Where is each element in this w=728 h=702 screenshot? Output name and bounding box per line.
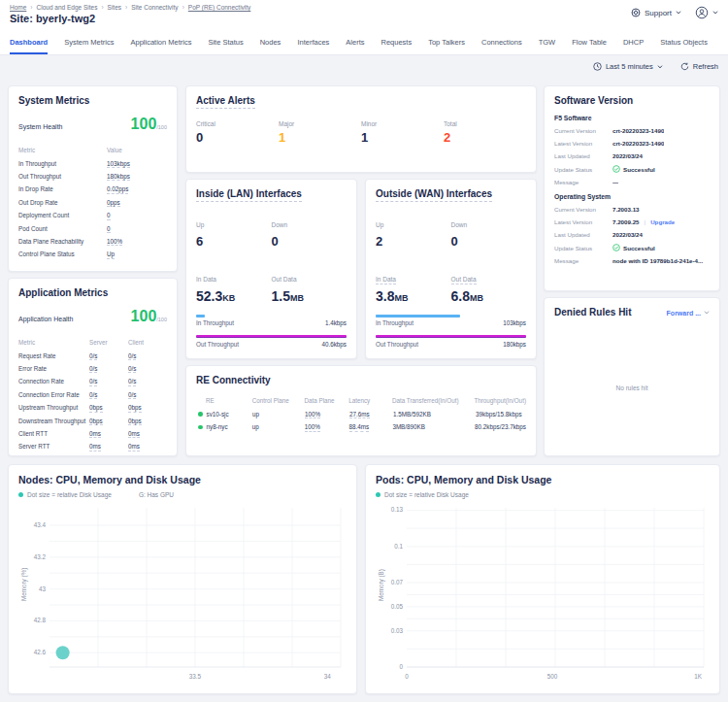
chevron-down-icon: [704, 311, 710, 315]
metric-value-link[interactable]: 0/s: [89, 378, 97, 386]
teal-dot-icon: [376, 492, 381, 497]
breadcrumb-home[interactable]: Home: [10, 4, 26, 11]
metric-value-link[interactable]: Up: [107, 251, 115, 259]
breadcrumb-site-connectivity[interactable]: Site Connectivity: [131, 4, 178, 11]
metric-value-link[interactable]: 103kbps: [107, 160, 130, 169]
tab-nodes[interactable]: Nodes: [260, 31, 281, 54]
check-circle-icon: [612, 244, 620, 251]
system-health-row: System Health 100/100: [18, 117, 167, 135]
svg-text:42.6: 42.6: [34, 649, 47, 655]
system-health-label: System Health: [18, 123, 63, 130]
metric-value-link[interactable]: 0: [107, 225, 111, 234]
metric-value-link[interactable]: 0: [107, 212, 111, 220]
tab-interfaces[interactable]: Interfaces: [297, 31, 329, 54]
metric-value-link[interactable]: 0/s: [128, 352, 136, 361]
sv-row: Current Version7.2003.13: [554, 206, 710, 213]
tab-status-objects[interactable]: Status Objects: [660, 31, 708, 54]
svg-text:1K: 1K: [694, 673, 703, 680]
tab-connections[interactable]: Connections: [481, 31, 522, 54]
tab-site-status[interactable]: Site Status: [208, 31, 243, 54]
breadcrumb-separator: ›: [182, 4, 184, 11]
metric-value-link[interactable]: 0.02pps: [107, 185, 128, 194]
latency-link[interactable]: 27.6ms: [349, 411, 370, 419]
outside-up-count: Up 2: [376, 214, 451, 249]
metric-value-link[interactable]: 0bps: [89, 404, 103, 413]
nodes-chart-legend: Dot size = relative Disk Usage G: Has GP…: [18, 491, 347, 498]
inside-in-data: In Data 52.3KB: [196, 268, 272, 306]
metric-value-link[interactable]: 180kbps: [107, 173, 130, 182]
tab-application-metrics[interactable]: Application Metrics: [130, 31, 191, 54]
metric-value-link[interactable]: 0/s: [128, 365, 136, 374]
table-row: In Drop Rate0.02pps: [18, 183, 167, 195]
data-plane-link[interactable]: 100%: [305, 411, 320, 419]
tab-requests[interactable]: Requests: [381, 31, 412, 54]
tab-tgw[interactable]: TGW: [539, 31, 556, 54]
tab-dashboard[interactable]: Dashboard: [10, 31, 48, 54]
teal-dot-icon: [18, 492, 23, 497]
tab-dhcp[interactable]: DHCP: [623, 31, 644, 54]
metric-value-link[interactable]: 0ms: [89, 443, 101, 451]
panel-application-metrics: Application Metrics Application Health 1…: [8, 278, 178, 456]
tab-top-talkers[interactable]: Top Talkers: [428, 31, 465, 54]
outside-interfaces-title-link[interactable]: Outside (WAN) Interfaces: [376, 188, 492, 202]
inside-up-count: Up 6: [196, 214, 272, 249]
breadcrumb-separator: ›: [125, 4, 127, 11]
table-header: MetricValue: [18, 144, 167, 156]
operating-system-heading: Operating System: [554, 193, 710, 200]
svg-text:500: 500: [547, 673, 558, 680]
out-data-link[interactable]: Out Data: [451, 276, 477, 284]
table-row: Out Drop Rate0pps: [18, 196, 167, 209]
breadcrumb-sites[interactable]: Sites: [108, 4, 121, 11]
refresh-button[interactable]: Refresh: [680, 62, 718, 71]
metric-value-link[interactable]: 0bps: [128, 418, 142, 426]
support-label: Support: [645, 9, 672, 17]
svg-text:42.8: 42.8: [34, 617, 47, 623]
user-menu[interactable]: [695, 6, 718, 19]
out-throughput-sparkline: [196, 335, 347, 338]
application-health-label: Application Health: [18, 316, 73, 322]
page-title: Site: byerly-twg2: [10, 13, 95, 24]
metric-value-link[interactable]: 0bps: [89, 418, 103, 426]
metric-value-link[interactable]: 0ms: [128, 430, 140, 439]
active-alerts-title-link[interactable]: Active Alerts: [196, 95, 255, 109]
tab-flow-table[interactable]: Flow Table: [572, 31, 607, 54]
metric-value-link[interactable]: 0/s: [128, 391, 136, 400]
out-throughput-sparkline: [376, 335, 526, 338]
data-plane-link[interactable]: 100%: [305, 423, 320, 432]
in-throughput-sparkline: [376, 315, 460, 318]
inside-interfaces-title-link[interactable]: Inside (LAN) Interfaces: [196, 188, 302, 202]
tab-system-metrics[interactable]: System Metrics: [64, 31, 114, 54]
header-actions: Support: [631, 6, 718, 19]
svg-text:0.13: 0.13: [391, 506, 404, 513]
metric-value-link[interactable]: 0ms: [128, 443, 140, 451]
metric-value-link[interactable]: 0ms: [89, 430, 101, 439]
table-row: Downstream Throughput0bps0bps: [18, 414, 167, 426]
panel-re-connectivity: RE Connectivity RE Control Plane Data Pl…: [185, 365, 537, 456]
svg-text:Memory (%): Memory (%): [20, 568, 28, 601]
breadcrumb-pop-re-connectivity[interactable]: PoP (RE) Connectivity: [188, 4, 251, 11]
metric-value-link[interactable]: 0/s: [128, 378, 136, 386]
denied-rules-filter-dropdown[interactable]: Forward ...: [667, 310, 710, 317]
outside-out-throughput-row: Out Throughput180kbps: [376, 335, 526, 348]
alert-major: Major 1: [279, 120, 361, 145]
table-row: Pod Count0: [18, 221, 167, 234]
metric-value-link[interactable]: 100%: [107, 238, 122, 247]
time-range-selector[interactable]: Last 5 minutes: [593, 62, 663, 71]
pods-chart-title: Pods: CPU, Memory and Disk Usage: [376, 474, 710, 485]
upgrade-link[interactable]: Upgrade: [650, 218, 675, 225]
panel-denied-rules-hit: Denied Rules Hit Forward ... No rules hi…: [544, 297, 720, 456]
breadcrumb-separator: ›: [101, 4, 103, 11]
metric-value-link[interactable]: 0/s: [89, 352, 97, 361]
system-metrics-table: MetricValue In Throughput103kbps Out Thr…: [18, 144, 167, 261]
tab-alerts[interactable]: Alerts: [346, 31, 364, 54]
metric-value-link[interactable]: 0pps: [107, 199, 120, 208]
alert-counts: Critical 0 Major 1 Minor 1 Total 2: [196, 120, 526, 145]
metric-value-link[interactable]: 0bps: [128, 404, 142, 413]
in-data-link[interactable]: In Data: [376, 276, 396, 284]
support-menu[interactable]: Support: [631, 8, 681, 17]
latency-link[interactable]: 88.4ms: [349, 423, 370, 432]
breadcrumb-cloud-edge-sites[interactable]: Cloud and Edge Sites: [37, 4, 98, 11]
metric-value-link[interactable]: 0/s: [89, 391, 97, 400]
table-header: RE Control Plane Data Plane Latency Data…: [196, 394, 526, 408]
metric-value-link[interactable]: 0/s: [89, 365, 97, 374]
